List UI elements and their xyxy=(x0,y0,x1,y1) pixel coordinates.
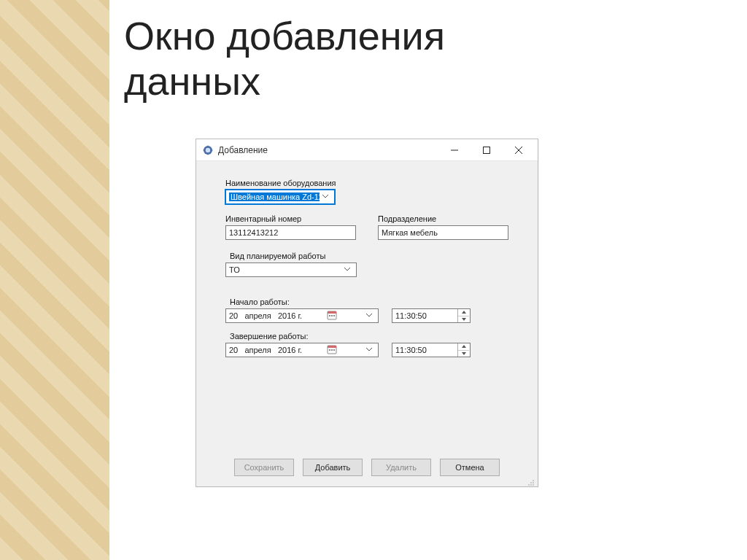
slide-title: Окно добавления данных xyxy=(124,13,445,104)
spinner-up-icon[interactable] xyxy=(458,343,469,351)
spinner-down-icon[interactable] xyxy=(458,316,469,323)
svg-point-1 xyxy=(206,147,210,152)
end-time-input[interactable]: 11:30:50 xyxy=(392,343,471,357)
chevron-down-icon xyxy=(363,314,375,318)
end-time-value: 11:30:50 xyxy=(395,346,457,354)
end-date-value: 20 апреля 2016 г. xyxy=(229,346,302,354)
titlebar: Добавление xyxy=(196,139,538,161)
start-label: Начало работы: xyxy=(225,298,508,306)
work-type-value: ТО xyxy=(229,265,341,274)
svg-rect-14 xyxy=(331,349,333,351)
chevron-down-icon xyxy=(320,195,331,199)
svg-point-18 xyxy=(528,484,530,486)
svg-rect-10 xyxy=(333,315,335,316)
calendar-icon xyxy=(327,310,337,322)
delete-button[interactable]: Удалить xyxy=(371,459,431,476)
svg-rect-3 xyxy=(484,147,490,153)
department-input[interactable]: Мягкая мебель xyxy=(378,225,508,240)
svg-point-19 xyxy=(533,482,534,483)
start-date-value: 20 апреля 2016 г. xyxy=(229,311,302,320)
maximize-button[interactable] xyxy=(471,140,503,160)
calendar-icon xyxy=(327,344,337,356)
end-date-picker[interactable]: 20 апреля 2016 г. xyxy=(225,343,379,357)
time-spinner[interactable] xyxy=(457,343,469,357)
spinner-up-icon[interactable] xyxy=(458,309,469,316)
cancel-button[interactable]: Отмена xyxy=(440,459,500,476)
svg-rect-9 xyxy=(331,315,333,316)
resize-grip-icon[interactable] xyxy=(526,476,535,485)
svg-point-20 xyxy=(530,482,532,483)
svg-rect-15 xyxy=(333,349,335,351)
work-type-combobox[interactable]: ТО xyxy=(225,262,357,277)
end-label: Завершение работы: xyxy=(225,332,508,341)
button-bar: Сохранить Добавить Удалить Отмена xyxy=(196,459,538,476)
chevron-down-icon xyxy=(363,348,375,352)
spinner-down-icon[interactable] xyxy=(458,351,469,357)
start-time-input[interactable]: 11:30:50 xyxy=(392,308,471,323)
dialog-body: Наименование оборудования Швейная машинк… xyxy=(196,161,538,372)
slide-side-pattern xyxy=(0,0,109,560)
department-value: Мягкая мебель xyxy=(382,228,438,237)
svg-point-16 xyxy=(533,484,534,486)
add-dialog: Добавление Наименование оборудования Шве… xyxy=(196,139,538,487)
svg-point-21 xyxy=(533,480,534,481)
equipment-label: Наименование оборудования xyxy=(225,179,508,187)
add-button[interactable]: Добавить xyxy=(303,459,363,476)
equipment-selected-text: Швейная машинка Zd-1231 xyxy=(229,192,320,201)
inventory-input[interactable]: 13112413212 xyxy=(225,225,356,240)
dialog-title: Добавление xyxy=(218,145,268,155)
save-button[interactable]: Сохранить xyxy=(234,459,294,476)
svg-rect-12 xyxy=(328,346,336,348)
svg-rect-13 xyxy=(329,349,330,351)
svg-rect-8 xyxy=(329,315,330,316)
time-spinner[interactable] xyxy=(457,309,469,322)
equipment-combobox[interactable]: Швейная машинка Zd-1231 xyxy=(225,190,335,204)
app-icon xyxy=(202,144,214,156)
inventory-value: 13112413212 xyxy=(229,228,278,237)
start-date-picker[interactable]: 20 апреля 2016 г. xyxy=(225,308,379,323)
inventory-label: Инвентарный номер xyxy=(225,214,356,223)
department-label: Подразделение xyxy=(378,214,508,223)
svg-rect-7 xyxy=(328,311,336,314)
work-type-label: Вид планируемой работы xyxy=(225,252,508,260)
minimize-button[interactable] xyxy=(438,140,471,160)
close-button[interactable] xyxy=(503,140,535,160)
svg-point-17 xyxy=(530,484,532,486)
chevron-down-icon xyxy=(341,268,353,272)
start-time-value: 11:30:50 xyxy=(395,311,457,320)
